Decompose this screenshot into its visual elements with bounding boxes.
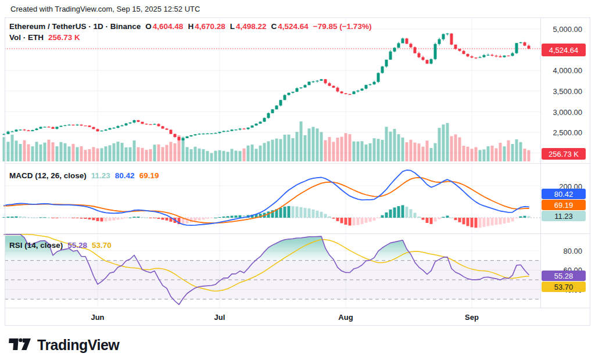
macd-histogram-bar	[27, 217, 30, 218]
candle	[113, 128, 116, 128]
candle	[288, 93, 291, 95]
volume-bar	[31, 146, 34, 161]
volume-bar	[406, 142, 408, 161]
macd-histogram-bar	[450, 218, 453, 218]
volume-bar	[198, 149, 201, 161]
volume-bar	[190, 149, 193, 161]
candle	[202, 134, 205, 134]
macd-histogram-bar	[60, 218, 63, 218]
macd-histogram-bar	[365, 218, 368, 223]
volume-bar	[397, 134, 400, 161]
tradingview-snapshot: Created with TradingView.com, Sep 15, 20…	[0, 0, 595, 364]
volume-bar	[170, 142, 173, 161]
candle	[27, 130, 30, 131]
macd-histogram-bar	[296, 207, 299, 218]
candle	[247, 128, 250, 129]
macd-histogram-bar	[336, 218, 339, 221]
candle	[210, 134, 213, 134]
macd-histogram-bar	[345, 218, 347, 225]
macd-histogram-bar	[414, 213, 417, 218]
candle	[524, 42, 526, 46]
volume-bar	[96, 149, 99, 161]
macd-histogram-bar	[68, 218, 71, 218]
volume-bar	[202, 149, 205, 161]
macd-histogram-bar	[284, 207, 286, 218]
macd-histogram-bar	[446, 215, 449, 218]
candle	[243, 129, 246, 129]
macd-histogram-bar	[340, 218, 343, 223]
macd-histogram-bar	[153, 218, 156, 218]
macd-histogram-bar	[463, 218, 465, 224]
macd-histogram-bar	[279, 208, 282, 218]
volume-bar	[210, 153, 213, 161]
candle	[7, 132, 10, 134]
macd-histogram-bar	[397, 206, 400, 218]
candle	[149, 124, 152, 125]
macd-histogram-bar	[194, 218, 197, 221]
candle	[296, 88, 299, 92]
macd-histogram-bar	[7, 217, 10, 218]
candle	[15, 129, 18, 131]
macd-histogram-bar	[524, 216, 526, 218]
candle	[80, 125, 83, 126]
macd-histogram-bar	[56, 218, 59, 218]
candle	[105, 129, 107, 131]
candle	[23, 129, 26, 130]
volume-bar	[304, 135, 307, 161]
volume-bar	[23, 140, 26, 161]
macd-histogram-bar	[389, 210, 392, 218]
volume-bar	[231, 149, 234, 161]
volume-bar	[44, 143, 46, 161]
macd-histogram-bar	[218, 217, 221, 218]
macd-histogram-bar	[166, 218, 169, 221]
volume-bar	[296, 132, 299, 161]
volume-bar	[503, 146, 506, 161]
macd-histogram-bar	[235, 215, 238, 218]
tradingview-brand[interactable]: TradingView	[8, 337, 119, 354]
candle	[157, 124, 160, 127]
macd-histogram-bar	[113, 218, 116, 221]
candle	[190, 135, 193, 136]
volume-bar	[479, 150, 482, 161]
candle	[345, 93, 347, 94]
volume-bar	[345, 133, 347, 161]
macd-histogram-bar	[458, 218, 461, 222]
candle	[438, 39, 441, 44]
macd-histogram-bar	[471, 218, 474, 227]
volume-bar	[385, 127, 388, 161]
candle	[495, 56, 498, 56]
macd-histogram-bar	[129, 218, 132, 218]
macd-histogram-bar	[479, 218, 482, 228]
macd-histogram-bar	[239, 215, 242, 218]
volume-bar	[235, 151, 238, 161]
macd-histogram-bar	[105, 218, 107, 221]
macd-histogram-bar	[162, 218, 164, 220]
volume-bar	[524, 149, 526, 161]
macd-histogram-bar	[328, 217, 331, 218]
macd-histogram-bar	[361, 218, 364, 224]
candle	[31, 130, 34, 131]
volume-bar	[491, 146, 494, 161]
time-axis[interactable]	[5, 308, 540, 325]
volume-bar	[442, 124, 445, 161]
candle	[284, 95, 286, 100]
macd-histogram-bar	[125, 218, 128, 218]
price-axis[interactable]	[540, 17, 595, 308]
macd-histogram-bar	[332, 218, 335, 219]
volume-bar	[393, 129, 396, 161]
candle	[499, 56, 502, 57]
volume-bar	[450, 136, 453, 161]
volume-bar	[11, 135, 14, 161]
candle	[487, 55, 490, 56]
volume-bar	[214, 151, 217, 161]
macd-histogram-bar	[48, 218, 51, 218]
volume-bar	[117, 142, 120, 161]
candle	[430, 59, 433, 64]
volume-bar	[271, 140, 274, 161]
candle	[340, 92, 343, 93]
volume-bar	[328, 137, 331, 161]
macd-histogram-bar	[499, 218, 502, 224]
volume-bar	[288, 135, 291, 161]
candle	[227, 131, 230, 132]
candle	[418, 53, 421, 57]
